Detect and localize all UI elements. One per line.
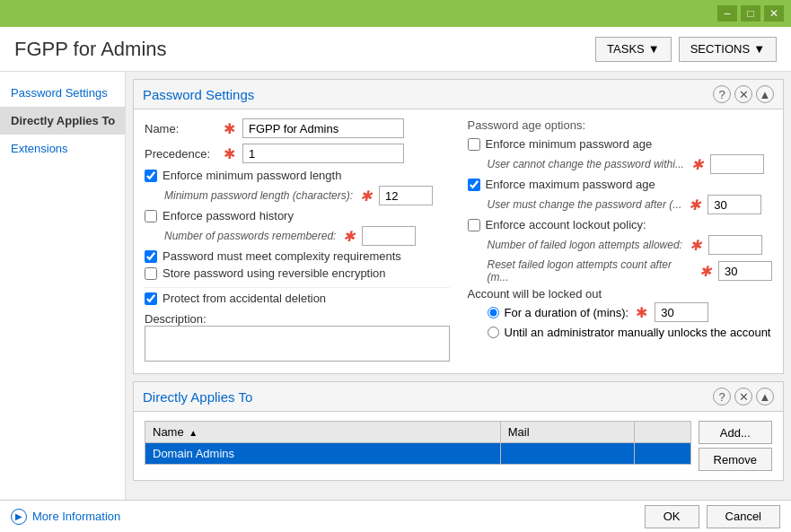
main-layout: Password Settings Directly Applies To Ex…	[0, 72, 791, 500]
max-age-input[interactable]	[708, 195, 761, 214]
row-mail	[500, 443, 635, 465]
enforce-history-row: Enforce password history	[145, 209, 450, 222]
manual-radio[interactable]	[488, 327, 499, 338]
sidebar-item-extensions[interactable]: Extensions	[0, 135, 125, 162]
duration-required: ✱	[636, 304, 647, 321]
enforce-history-label: Enforce password history	[163, 209, 294, 222]
directly-applies-to-panel: Directly Applies To ? ✕ ▲ Name	[133, 381, 784, 481]
description-label: Description:	[145, 312, 450, 326]
name-required: ✱	[224, 120, 235, 137]
sidebar-item-password-settings[interactable]: Password Settings	[0, 79, 125, 107]
more-info[interactable]: ▶ More Information	[11, 509, 120, 525]
precedence-label: Precedence:	[145, 147, 216, 161]
history-required: ✱	[343, 228, 355, 245]
ps-right: Password age options: Enforce minimum pa…	[468, 118, 773, 364]
dat-close-button[interactable]: ✕	[734, 388, 752, 406]
history-input[interactable]	[362, 226, 416, 246]
max-age-sub-label: User must change the password after (...	[488, 198, 682, 211]
enforce-max-age-row: Enforce maximum password age	[468, 178, 773, 191]
dat-panel-controls: ? ✕ ▲	[713, 388, 774, 406]
col-extra-header	[635, 422, 690, 443]
help-button[interactable]: ?	[713, 85, 731, 103]
protect-deletion-row: Protect from accidental deletion	[145, 292, 450, 305]
name-label: Name:	[145, 122, 216, 135]
duration-radio[interactable]	[488, 307, 499, 318]
sidebar-item-directly-applies-to[interactable]: Directly Applies To	[0, 107, 125, 135]
more-info-label: More Information	[32, 510, 120, 523]
dat-collapse-button[interactable]: ▲	[756, 388, 774, 406]
directly-applies-to-title: Directly Applies To	[143, 389, 252, 405]
min-age-input[interactable]	[710, 154, 764, 174]
reset-label: Reset failed logon attempts count after …	[488, 258, 693, 283]
panel-controls: ? ✕ ▲	[713, 85, 774, 103]
name-input[interactable]	[242, 118, 404, 138]
failed-attempts-input[interactable]	[708, 235, 762, 255]
duration-input[interactable]	[655, 302, 708, 322]
reset-input[interactable]	[718, 261, 772, 281]
complexity-checkbox[interactable]	[145, 250, 157, 263]
reset-required: ✱	[699, 263, 711, 280]
complexity-row: Password must meet complexity requiremen…	[145, 249, 450, 263]
ps-columns: Name: ✱ Precedence: ✱	[145, 118, 772, 364]
col-name-header[interactable]: Name ▲	[145, 422, 501, 443]
remove-button[interactable]: Remove	[699, 448, 772, 471]
enforce-max-age-checkbox[interactable]	[468, 179, 480, 191]
applies-buttons: Add... Remove	[699, 421, 772, 471]
ps-left: Name: ✱ Precedence: ✱	[145, 118, 450, 364]
title-bar: – □ ✕	[0, 0, 791, 27]
precedence-input[interactable]	[242, 144, 404, 163]
dat-help-button[interactable]: ?	[713, 388, 731, 406]
app-header: FGPP for Admins TASKS ▼ SECTIONS ▼	[0, 27, 791, 72]
minimize-button[interactable]: –	[717, 5, 737, 22]
enforce-min-length-row: Enforce minimum password length	[145, 169, 450, 182]
password-settings-body: Name: ✱ Precedence: ✱	[134, 109, 783, 373]
enforce-min-length-checkbox[interactable]	[145, 170, 157, 182]
ok-button[interactable]: OK	[645, 505, 699, 528]
min-age-sub-row: User cannot change the password withi...…	[488, 154, 773, 174]
description-textarea[interactable]	[145, 326, 450, 362]
min-length-input[interactable]	[379, 186, 433, 205]
manual-label: Until an administrator manually unlocks …	[505, 326, 771, 339]
table-row[interactable]: Domain Admins	[145, 443, 691, 465]
app-title: FGPP for Admins	[14, 38, 167, 61]
sections-button[interactable]: SECTIONS ▼	[679, 37, 777, 62]
description-section: Description:	[145, 312, 450, 364]
status-actions: OK Cancel	[645, 505, 780, 528]
panel-collapse-button[interactable]: ▲	[756, 85, 774, 103]
protect-deletion-label: Protect from accidental deletion	[163, 292, 326, 305]
failed-attempts-row: Number of failed logon attempts allowed:…	[488, 235, 773, 255]
applies-table: Name ▲ Mail Domain Admins	[145, 421, 691, 465]
tasks-button[interactable]: TASKS ▼	[595, 37, 672, 62]
enforce-min-age-row: Enforce minimum password age	[468, 137, 773, 151]
lockout-checkbox[interactable]	[468, 219, 480, 231]
lockout-row: Enforce account lockout policy:	[468, 218, 773, 231]
reverse-enc-row: Store password using reversible encrypti…	[145, 266, 450, 280]
header-buttons: TASKS ▼ SECTIONS ▼	[595, 37, 777, 62]
add-button[interactable]: Add...	[699, 421, 772, 444]
protect-deletion-checkbox[interactable]	[145, 292, 157, 305]
password-age-section-label: Password age options:	[468, 118, 773, 132]
failed-attempts-required: ✱	[690, 237, 701, 254]
reverse-enc-checkbox[interactable]	[145, 267, 157, 280]
password-settings-panel: Password Settings ? ✕ ▲ Name: ✱	[133, 79, 784, 374]
precedence-row: Precedence: ✱	[145, 144, 450, 163]
directly-applies-to-body: Name ▲ Mail Domain Admins	[134, 412, 783, 480]
password-settings-title: Password Settings	[143, 87, 254, 102]
enforce-min-age-checkbox[interactable]	[468, 138, 480, 151]
close-button[interactable]: ✕	[764, 5, 784, 22]
min-age-required: ✱	[691, 156, 703, 173]
col-mail-header[interactable]: Mail	[500, 422, 635, 443]
sort-arrow-icon: ▲	[189, 428, 198, 438]
lockout-label: Enforce account lockout policy:	[486, 218, 646, 231]
maximize-button[interactable]: □	[741, 5, 760, 22]
enforce-min-age-label: Enforce minimum password age	[486, 137, 653, 151]
min-length-sub-label: Minimum password length (characters):	[164, 189, 353, 202]
precedence-required: ✱	[224, 145, 235, 162]
cancel-button[interactable]: Cancel	[707, 505, 780, 528]
panel-close-button[interactable]: ✕	[734, 85, 752, 103]
row-extra	[635, 443, 690, 465]
divider	[145, 287, 450, 288]
history-sub-label: Number of passwords remembered:	[164, 230, 336, 242]
enforce-history-checkbox[interactable]	[145, 210, 157, 222]
duration-radio-row: For a duration of (mins): ✱	[488, 302, 773, 322]
